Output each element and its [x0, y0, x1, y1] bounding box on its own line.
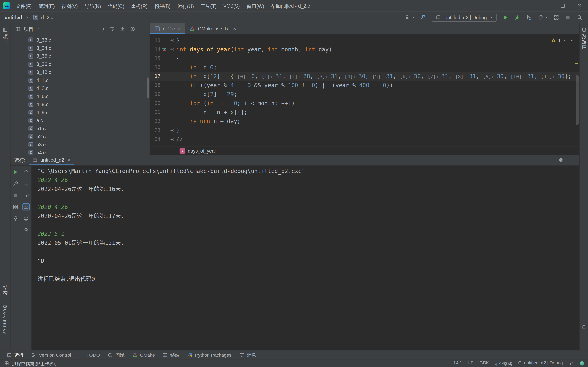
tool-window-button[interactable]: 运行	[3, 350, 27, 359]
code-editor[interactable]: 13}14int days_of_year(int year, int mont…	[150, 34, 579, 146]
close-icon[interactable]	[571, 0, 588, 11]
panel-settings-button[interactable]	[129, 25, 136, 32]
tree-item[interactable]: C4_9.c	[10, 108, 149, 117]
menu-item[interactable]: 窗口(W)	[243, 0, 268, 11]
tree-item[interactable]: C4_1.c	[10, 76, 149, 84]
update-indicator-icon[interactable]	[580, 361, 584, 365]
code-line[interactable]: 13}	[150, 36, 579, 45]
tree-item[interactable]: C3_36.c	[10, 60, 149, 68]
tree-item[interactable]: C3_42.c	[10, 68, 149, 76]
menu-item[interactable]: 视图(V)	[58, 0, 81, 11]
code-line[interactable]: 23}	[150, 126, 579, 135]
status-item[interactable]: GBK	[479, 360, 489, 366]
code-line[interactable]: 16 int n=0;	[150, 63, 579, 72]
tree-item[interactable]: C4_6.c	[10, 92, 149, 100]
rerun-button[interactable]	[12, 169, 19, 176]
status-item[interactable]: LF	[468, 360, 474, 366]
tool-window-button[interactable]: 消息	[236, 350, 260, 359]
close-icon[interactable]	[67, 157, 71, 164]
tool-window-switcher-icon[interactable]	[4, 360, 9, 367]
menu-item[interactable]: 重构(R)	[128, 0, 151, 11]
tree-item[interactable]: C3_35.c	[10, 52, 149, 60]
status-item[interactable]: 14:1	[453, 360, 462, 366]
fold-marker[interactable]	[168, 36, 176, 45]
stop-console-button[interactable]	[12, 192, 19, 199]
close-icon[interactable]	[232, 25, 237, 32]
breadcrumb-file[interactable]: d_2.c	[41, 15, 53, 20]
tree-item[interactable]: Ca1.c	[10, 125, 149, 133]
settings-icon[interactable]	[558, 157, 564, 164]
menu-item[interactable]: 编辑(E)	[35, 0, 58, 11]
code-line[interactable]: 22 return n + day;	[150, 117, 579, 126]
next-problem-icon[interactable]	[570, 37, 575, 44]
chevron-down-icon[interactable]	[36, 25, 40, 32]
attach-to-process-button[interactable]	[552, 13, 560, 21]
run-with-coverage-button[interactable]	[536, 13, 545, 21]
tree-item[interactable]: C4_2.c	[10, 84, 149, 92]
tool-window-bookmarks-button[interactable]: Bookmarks	[2, 305, 8, 334]
run-settings-button[interactable]	[12, 180, 19, 187]
hide-icon[interactable]	[569, 157, 576, 164]
menu-item[interactable]: 运行(U)	[174, 0, 197, 11]
tree-item[interactable]: Ca4.c	[10, 149, 149, 155]
clear-console-button[interactable]	[22, 226, 30, 234]
code-line[interactable]: 15{	[150, 54, 579, 63]
tool-window-button[interactable]: Python Packages	[184, 350, 235, 359]
expand-all-button[interactable]	[109, 25, 116, 32]
down-stack-trace-button[interactable]	[22, 180, 30, 187]
minimize-icon[interactable]	[537, 0, 554, 11]
tree-item[interactable]: C4_8.c	[10, 100, 149, 108]
error-stripe-mark[interactable]	[575, 63, 579, 64]
tool-window-structure-button[interactable]: 结构	[2, 285, 8, 295]
fold-marker[interactable]	[168, 135, 176, 144]
tree-item[interactable]: C3_34.c	[10, 44, 149, 52]
project-scrollbar[interactable]	[147, 77, 149, 99]
editor-tab[interactable]: C d_2.c	[150, 23, 185, 34]
console-output[interactable]: "C:\Users\Martin Yang\CLionProjects\unti…	[31, 166, 579, 350]
tree-item[interactable]: Ca3.c	[10, 141, 149, 149]
tree-item[interactable]: Ca2.c	[10, 133, 149, 141]
close-icon[interactable]	[177, 25, 182, 32]
code-line[interactable]: 21 n = n + x[i];	[150, 108, 579, 117]
status-item[interactable]: 4 个空格	[495, 360, 512, 366]
more-icon[interactable]	[572, 25, 579, 32]
collapse-all-button[interactable]	[119, 25, 126, 32]
run-config-selector[interactable]: untitled_d2 | Debug	[432, 13, 497, 22]
search-everywhere-button[interactable]	[575, 13, 584, 21]
menu-item[interactable]: VCS(S)	[220, 0, 243, 11]
maximize-icon[interactable]	[554, 0, 571, 11]
fold-marker[interactable]	[168, 126, 176, 135]
prev-problem-icon[interactable]	[562, 37, 568, 44]
up-stack-trace-button[interactable]	[22, 169, 30, 176]
tool-window-button[interactable]: Version Control	[28, 350, 75, 359]
tool-window-button[interactable]: CMake	[129, 350, 158, 359]
editor-scrollbar[interactable]	[576, 75, 579, 125]
print-button[interactable]	[22, 215, 30, 222]
fold-marker[interactable]	[168, 45, 176, 54]
build-button[interactable]	[419, 13, 427, 21]
run-tab[interactable]: untitled_d2	[28, 155, 74, 165]
tool-window-button[interactable]: 问题	[104, 350, 128, 359]
run-button[interactable]	[502, 13, 510, 21]
tool-window-button[interactable]: TODO	[75, 350, 103, 359]
code-line[interactable]: 17 int x[12] = { [0]: 0, [1]: 31, [2]: 2…	[150, 72, 579, 81]
pin-tab-button[interactable]	[12, 215, 19, 222]
menu-item[interactable]: 构建(B)	[151, 0, 174, 11]
inspection-widget[interactable]: 1	[551, 37, 575, 44]
debug-button[interactable]	[513, 13, 521, 21]
breadcrumb-function[interactable]: days_of_year	[188, 148, 216, 153]
tree-item[interactable]: C3_33.c	[10, 36, 149, 44]
code-line[interactable]: 20 for (int i = 0; i < month; ++i)	[150, 99, 579, 108]
menu-item[interactable]: 导航(N)	[81, 0, 104, 11]
notifications-icon[interactable]	[580, 324, 587, 331]
editor-tab[interactable]: CMakeLists.txt	[185, 23, 240, 34]
profile-button[interactable]	[525, 13, 533, 21]
project-panel-title[interactable]: 项目	[24, 25, 34, 33]
code-line[interactable]: 14int days_of_year(int year, int month, …	[150, 45, 579, 54]
dashboard-button[interactable]	[12, 203, 19, 210]
tree-item[interactable]: Ca.c	[10, 117, 149, 124]
user-avatar-button[interactable]	[403, 13, 411, 21]
menu-item[interactable]: 工具(T)	[197, 0, 220, 11]
tool-window-button[interactable]: 终端	[159, 350, 183, 359]
breadcrumb-project[interactable]: untitled	[4, 15, 22, 20]
